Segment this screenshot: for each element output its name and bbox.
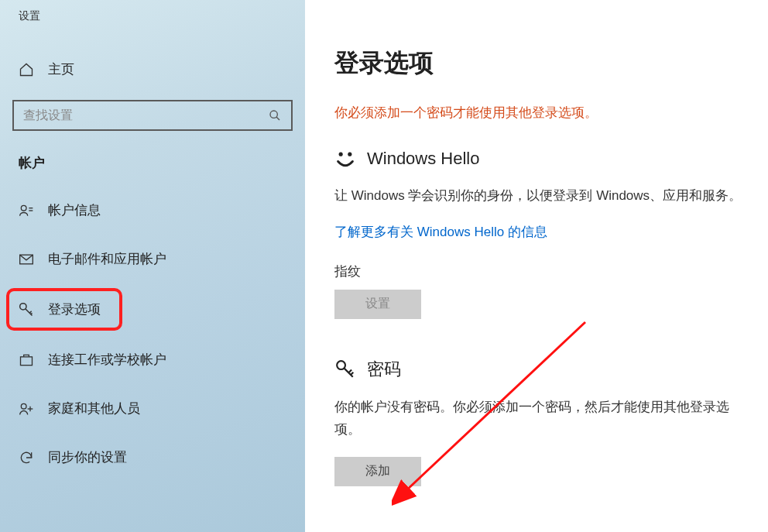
nav-item-signin-options[interactable]: 登录选项 <box>6 288 122 331</box>
nav-item-work-school[interactable]: 连接工作或学校帐户 <box>12 340 293 379</box>
hello-section-header: Windows Hello <box>334 148 743 170</box>
key-icon <box>334 359 356 380</box>
mail-icon <box>19 252 34 267</box>
nav-item-family[interactable]: 家庭和其他人员 <box>12 389 293 428</box>
fingerprint-label: 指纹 <box>334 263 743 280</box>
home-icon <box>19 62 34 77</box>
svg-rect-7 <box>21 356 33 365</box>
svg-point-8 <box>21 403 26 409</box>
password-description: 你的帐户没有密码。你必须添加一个密码，然后才能使用其他登录选项。 <box>334 396 743 441</box>
sync-icon <box>19 450 34 465</box>
briefcase-icon <box>19 352 34 368</box>
password-warning: 你必须添加一个密码才能使用其他登录选项。 <box>334 104 743 122</box>
nav-item-email[interactable]: 电子邮件和应用帐户 <box>12 239 293 279</box>
fingerprint-setup-button: 设置 <box>334 290 421 319</box>
home-nav[interactable]: 主页 <box>12 54 293 84</box>
nav-item-sync[interactable]: 同步你的设置 <box>12 438 293 477</box>
nav-item-label: 家庭和其他人员 <box>48 400 140 417</box>
svg-point-12 <box>348 153 351 156</box>
category-label: 帐户 <box>12 154 293 172</box>
password-section-header: 密码 <box>334 358 743 381</box>
people-icon <box>19 401 34 417</box>
svg-line-1 <box>276 117 279 120</box>
hello-learn-more-link[interactable]: 了解更多有关 Windows Hello 的信息 <box>334 223 547 241</box>
nav-item-label: 连接工作或学校帐户 <box>48 351 166 369</box>
svg-point-0 <box>270 111 277 118</box>
page-title: 登录选项 <box>334 46 743 81</box>
search-input[interactable] <box>23 108 268 122</box>
sidebar: 设置 主页 帐户 帐户信息 <box>0 0 305 532</box>
search-icon <box>268 108 282 122</box>
home-label: 主页 <box>48 60 74 78</box>
nav-item-label: 登录选项 <box>48 300 101 318</box>
smiley-icon <box>334 148 356 170</box>
nav-item-label: 帐户信息 <box>48 201 101 219</box>
hello-title: Windows Hello <box>367 149 480 169</box>
nav-item-label: 电子邮件和应用帐户 <box>48 250 166 268</box>
svg-point-11 <box>339 153 343 156</box>
nav-item-account-info[interactable]: 帐户信息 <box>12 190 293 230</box>
key-icon <box>19 302 34 317</box>
search-box[interactable] <box>12 100 293 131</box>
main-content: 登录选项 你必须添加一个密码才能使用其他登录选项。 Windows Hello … <box>305 0 768 532</box>
hello-description: 让 Windows 学会识别你的身份，以便登录到 Windows、应用和服务。 <box>334 185 743 208</box>
svg-point-2 <box>21 205 26 211</box>
password-add-button[interactable]: 添加 <box>334 457 421 486</box>
nav-item-label: 同步你的设置 <box>48 448 127 466</box>
window-title: 设置 <box>12 9 293 23</box>
password-title: 密码 <box>367 358 401 381</box>
person-card-icon <box>19 203 34 218</box>
